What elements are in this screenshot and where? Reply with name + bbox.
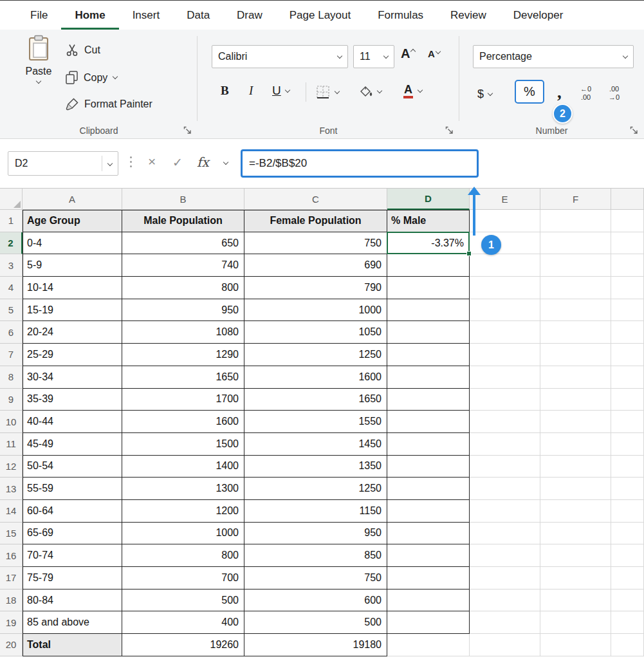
cell-A5[interactable]: 15-19	[23, 299, 122, 322]
cell-E7[interactable]	[470, 344, 540, 366]
cell-D10[interactable]	[387, 411, 470, 433]
insert-function-button[interactable]: fx	[197, 154, 209, 170]
cell-A18[interactable]: 80-84	[23, 589, 122, 612]
column-header-f[interactable]: F	[540, 189, 611, 210]
bold-button[interactable]: B	[221, 84, 229, 98]
number-format-combo[interactable]: Percentage	[473, 45, 634, 68]
cell-C13[interactable]: 1250	[244, 478, 387, 500]
cell-A3[interactable]: 5-9	[23, 254, 122, 277]
cell-E18[interactable]	[470, 589, 540, 612]
cell-B8[interactable]: 1650	[122, 366, 244, 389]
cell-D1[interactable]: % Male	[387, 210, 470, 232]
cell-F12[interactable]	[540, 456, 611, 478]
cell-B10[interactable]: 1600	[122, 411, 244, 433]
decrease-decimal-button[interactable]: .00 →0	[609, 85, 620, 101]
cell-E8[interactable]	[470, 366, 540, 389]
cell-F14[interactable]	[540, 500, 611, 523]
cell-E2[interactable]	[470, 232, 540, 255]
tab-home[interactable]: Home	[61, 1, 118, 30]
tab-insert[interactable]: Insert	[119, 1, 174, 30]
cell-B13[interactable]: 1300	[122, 478, 244, 500]
cell-C8[interactable]: 1600	[244, 366, 387, 389]
column-header-a[interactable]: A	[23, 189, 122, 210]
cell-x12[interactable]	[611, 456, 644, 478]
font-color-button[interactable]: A	[403, 84, 422, 98]
cell-D12[interactable]	[387, 456, 470, 478]
cell-E9[interactable]	[470, 389, 540, 411]
cell-F9[interactable]	[540, 389, 611, 411]
cell-B17[interactable]: 700	[122, 567, 244, 589]
cell-F11[interactable]	[540, 433, 611, 456]
cell-D15[interactable]	[387, 523, 470, 545]
cell-E3[interactable]	[470, 254, 540, 277]
cell-E15[interactable]	[470, 523, 540, 545]
cell-A7[interactable]: 25-29	[23, 344, 122, 366]
cell-C9[interactable]: 1650	[244, 389, 387, 411]
cell-x5[interactable]	[611, 299, 644, 322]
row-header-19[interactable]: 19	[0, 611, 23, 634]
row-header-2[interactable]: 2	[0, 232, 23, 255]
cell-E12[interactable]	[470, 456, 540, 478]
cell-x14[interactable]	[611, 500, 644, 523]
enter-button[interactable]: ✓	[172, 155, 183, 170]
cell-x2[interactable]	[611, 232, 644, 255]
cell-F8[interactable]	[540, 366, 611, 389]
cell-D7[interactable]	[387, 344, 470, 366]
row-header-12[interactable]: 12	[0, 456, 23, 478]
cell-D17[interactable]	[387, 567, 470, 589]
column-header-partial[interactable]	[611, 189, 644, 210]
tab-developer[interactable]: Developer	[500, 1, 577, 30]
cell-B16[interactable]: 800	[122, 544, 244, 567]
fill-handle[interactable]	[466, 251, 472, 256]
cell-D20[interactable]	[387, 634, 470, 656]
cell-x16[interactable]	[611, 544, 644, 567]
cell-B15[interactable]: 1000	[122, 523, 244, 545]
formula-input[interactable]	[241, 149, 479, 178]
paste-button[interactable]: Paste	[15, 35, 62, 83]
cell-B6[interactable]: 1080	[122, 321, 244, 344]
cell-F13[interactable]	[540, 478, 611, 500]
cell-x19[interactable]	[611, 611, 644, 634]
cell-D2[interactable]: -3.37%	[387, 232, 470, 255]
cell-A16[interactable]: 70-74	[23, 544, 122, 567]
number-dialog-launcher-icon[interactable]	[630, 126, 638, 135]
row-header-4[interactable]: 4	[0, 277, 23, 299]
cell-C10[interactable]: 1550	[244, 411, 387, 433]
row-header-16[interactable]: 16	[0, 544, 23, 567]
cell-A8[interactable]: 30-34	[23, 366, 122, 389]
cut-button[interactable]: Cut	[66, 44, 100, 57]
cell-A10[interactable]: 40-44	[23, 411, 122, 433]
font-size-combo[interactable]: 11	[353, 45, 394, 68]
row-header-20[interactable]: 20	[0, 634, 23, 656]
cell-F17[interactable]	[540, 567, 611, 589]
cell-C18[interactable]: 600	[244, 589, 387, 612]
row-header-17[interactable]: 17	[0, 567, 23, 589]
cell-C2[interactable]: 750	[244, 232, 387, 255]
cell-A9[interactable]: 35-39	[23, 389, 122, 411]
cell-C5[interactable]: 1000	[244, 299, 387, 322]
copy-button[interactable]: Copy	[66, 71, 117, 84]
cell-F5[interactable]	[540, 299, 611, 322]
select-all-corner[interactable]	[0, 189, 23, 210]
cell-D14[interactable]	[387, 500, 470, 523]
cell-C11[interactable]: 1450	[244, 433, 387, 456]
cell-B19[interactable]: 400	[122, 611, 244, 634]
row-header-18[interactable]: 18	[0, 589, 23, 612]
cell-E6[interactable]	[470, 321, 540, 344]
cell-C20[interactable]: 19180	[244, 634, 387, 656]
cell-C4[interactable]: 790	[244, 277, 387, 299]
cell-C14[interactable]: 1150	[244, 500, 387, 523]
cell-D3[interactable]	[387, 254, 470, 277]
cell-x17[interactable]	[611, 567, 644, 589]
cell-D8[interactable]	[387, 366, 470, 389]
cell-F10[interactable]	[540, 411, 611, 433]
format-painter-button[interactable]: Format Painter	[66, 98, 152, 111]
cell-x6[interactable]	[611, 321, 644, 344]
cell-D19[interactable]	[387, 611, 470, 634]
cell-F20[interactable]	[540, 634, 611, 656]
cell-C19[interactable]: 500	[244, 611, 387, 634]
cell-x8[interactable]	[611, 366, 644, 389]
cell-B11[interactable]: 1500	[122, 433, 244, 456]
cell-x3[interactable]	[611, 254, 644, 277]
cell-A12[interactable]: 50-54	[23, 456, 122, 478]
